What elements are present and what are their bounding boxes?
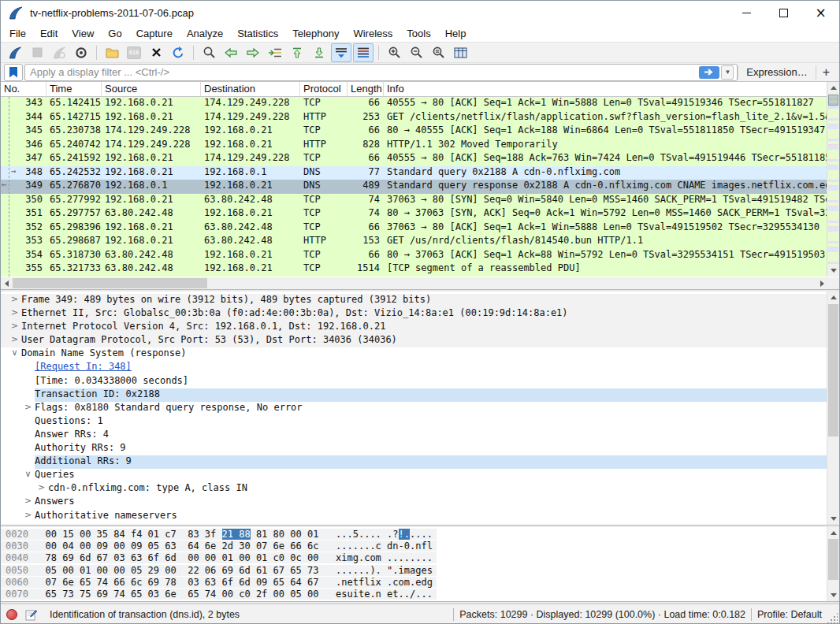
reload-button[interactable] — [168, 43, 188, 62]
packet-row[interactable]: 35465.31873063.80.242.48192.168.0.21TCP6… — [1, 249, 828, 263]
detail-line[interactable]: Authority RRs: 9 — [1, 442, 827, 455]
colorize-button[interactable] — [353, 43, 374, 62]
column-header-info[interactable]: Info — [384, 82, 828, 96]
maximize-button[interactable] — [765, 1, 802, 25]
expander-closed-icon[interactable]: > — [8, 294, 21, 307]
filter-input[interactable] — [25, 66, 699, 78]
column-header-destination[interactable]: Destination — [201, 82, 300, 96]
vscroll-thumb[interactable] — [828, 539, 838, 580]
packet-row[interactable]: 34365.142415192.168.0.21174.129.249.228T… — [1, 97, 828, 111]
capture-comment-button[interactable] — [23, 607, 39, 622]
menu-item-wireless[interactable]: Wireless — [346, 26, 400, 41]
packet-row[interactable]: 35565.32173363.80.242.48192.168.0.21TCP1… — [1, 262, 828, 277]
zoom-reset-button[interactable] — [428, 43, 448, 62]
menu-item-tools[interactable]: Tools — [400, 26, 437, 41]
column-header-length[interactable]: Length — [348, 82, 384, 96]
packet-row[interactable]: 34765.241592192.168.0.21174.129.249.228T… — [1, 152, 828, 166]
expression-button[interactable]: Expression… — [738, 65, 815, 80]
column-header-time[interactable]: Time — [46, 82, 102, 96]
detail-line[interactable]: >Flags: 0x8180 Standard query response, … — [1, 402, 827, 415]
scroll-left-arrow[interactable] — [1, 277, 13, 289]
bytes-vscrollbar[interactable] — [827, 527, 839, 601]
expander-closed-icon[interactable]: > — [21, 496, 35, 509]
packet-list-hscrollbar[interactable] — [1, 277, 828, 289]
menu-item-capture[interactable]: Capture — [129, 26, 180, 41]
detail-line[interactable]: ∨Domain Name System (response) — [1, 347, 827, 361]
packet-row[interactable]: 35265.298396192.168.0.2163.80.242.48TCP6… — [1, 221, 828, 236]
packet-colors-minimap[interactable] — [828, 94, 838, 265]
vscroll-thumb[interactable] — [828, 95, 838, 106]
close-button[interactable]: × — [802, 1, 839, 25]
packet-row[interactable]: 34665.240742174.129.249.228192.168.0.21H… — [1, 139, 828, 153]
capture-restart-button[interactable] — [49, 43, 69, 62]
packet-row[interactable]: 34565.230738174.129.249.228192.168.0.21T… — [1, 124, 828, 139]
auto-scroll-button[interactable] — [331, 43, 351, 62]
go-to-packet-button[interactable] — [265, 43, 285, 62]
scroll-up-arrow[interactable] — [827, 292, 839, 303]
detail-line[interactable]: Questions: 1 — [1, 415, 827, 429]
profile-status[interactable]: Profile: Default — [757, 609, 822, 620]
save-file-button[interactable]: 010 — [124, 43, 144, 62]
expert-info-button[interactable] — [4, 607, 20, 622]
menu-item-edit[interactable]: Edit — [33, 26, 65, 41]
menu-item-view[interactable]: View — [65, 26, 101, 41]
packet-row[interactable]: 34465.142715192.168.0.21174.129.249.228H… — [1, 111, 828, 125]
go-forward-button[interactable] — [243, 43, 263, 62]
scroll-up-arrow[interactable] — [827, 82, 839, 94]
expander-open-icon[interactable]: ∨ — [21, 469, 35, 482]
hex-line[interactable]: 0020 00 15 00 35 84 f4 01 c7 83 3f 21 88… — [1, 529, 827, 540]
detail-line[interactable]: [Request In: 348] — [1, 361, 827, 374]
hex-line[interactable]: 0050 05 00 01 00 00 05 29 00 22 06 69 6d… — [1, 565, 827, 577]
expander-open-icon[interactable]: ∨ — [8, 347, 21, 361]
resize-grip[interactable] — [827, 612, 838, 623]
detail-line[interactable]: >Frame 349: 489 bytes on wire (3912 bits… — [1, 294, 827, 307]
menu-item-file[interactable]: File — [2, 26, 33, 41]
scroll-down-arrow[interactable] — [827, 513, 839, 525]
detail-line[interactable]: [Time: 0.034338000 seconds] — [1, 375, 827, 388]
detail-line[interactable]: >cdn-0.nflximg.com: type A, class IN — [1, 482, 827, 496]
packet-row[interactable]: 35365.298687192.168.0.2163.80.242.48HTTP… — [1, 235, 828, 249]
expander-closed-icon[interactable]: > — [8, 334, 21, 347]
menu-item-telephony[interactable]: Telephony — [285, 26, 346, 41]
detail-line[interactable]: >Internet Protocol Version 4, Src: 192.1… — [1, 321, 827, 334]
detail-line[interactable]: >User Datagram Protocol, Src Port: 53 (5… — [1, 334, 827, 347]
close-file-button[interactable] — [146, 43, 166, 62]
zoom-in-button[interactable] — [384, 43, 404, 62]
detail-line[interactable]: ∨Queries — [1, 469, 827, 482]
scroll-down-arrow[interactable] — [827, 589, 839, 601]
hex-line[interactable]: 0040 78 69 6d 67 03 63 6f 6d 00 00 01 00… — [1, 552, 827, 564]
filter-dropdown-caret[interactable]: ▼ — [721, 65, 734, 80]
menu-item-statistics[interactable]: Statistics — [230, 26, 285, 41]
go-back-button[interactable] — [221, 43, 241, 62]
go-top-button[interactable] — [287, 43, 307, 62]
go-bottom-button[interactable] — [309, 43, 329, 62]
filter-apply-button[interactable] — [699, 66, 719, 79]
expander-closed-icon[interactable]: > — [21, 402, 35, 415]
column-header-source[interactable]: Source — [102, 82, 201, 96]
detail-line[interactable]: Answer RRs: 4 — [1, 429, 827, 442]
menu-item-help[interactable]: Help — [438, 26, 474, 41]
minimize-button[interactable] — [728, 1, 765, 25]
hscroll-thumb[interactable] — [13, 278, 207, 288]
expander-closed-icon[interactable]: > — [8, 307, 21, 321]
hex-line[interactable]: 0030 00 04 00 09 00 09 05 63 64 6e 2d 30… — [1, 540, 827, 552]
hex-line[interactable]: 0070 65 73 75 69 74 65 03 6e 65 74 00 c0… — [1, 589, 827, 600]
packet-row[interactable]: 34865.242532192.168.0.21192.168.0.1DNS77… — [1, 166, 828, 180]
expander-closed-icon[interactable]: > — [35, 482, 48, 496]
scroll-down-arrow[interactable] — [827, 265, 839, 277]
detail-line[interactable]: >Answers — [1, 496, 827, 509]
find-packet-button[interactable] — [199, 43, 219, 62]
packet-row[interactable]: 35065.277992192.168.0.2163.80.242.48TCP7… — [1, 194, 828, 208]
vscroll-thumb[interactable] — [828, 304, 838, 436]
zoom-out-button[interactable] — [406, 43, 426, 62]
detail-line[interactable]: >Ethernet II, Src: Globalsc_00:3b:0a (f0… — [1, 307, 827, 321]
scroll-up-arrow[interactable] — [827, 527, 839, 539]
detail-line[interactable]: Transaction ID: 0x2188 — [1, 388, 827, 402]
detail-line[interactable]: >Authoritative nameservers — [1, 510, 827, 523]
menu-item-go[interactable]: Go — [101, 26, 128, 41]
detail-vscrollbar[interactable] — [827, 292, 839, 525]
capture-options-button[interactable] — [71, 43, 91, 62]
detail-line[interactable]: Additional RRs: 9 — [1, 455, 827, 469]
filter-bookmark-button[interactable] — [4, 64, 23, 81]
open-file-button[interactable] — [102, 43, 122, 62]
